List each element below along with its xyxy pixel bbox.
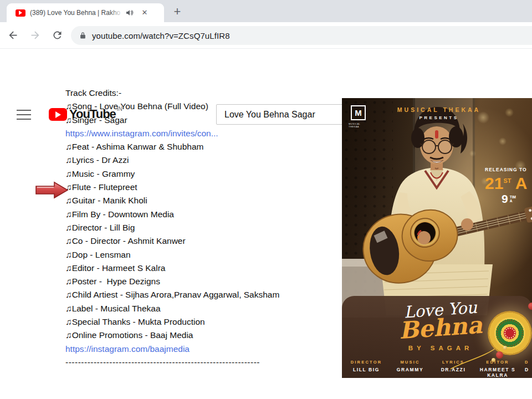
thumbnail-title-panel: Love You Behna BY SAGAR DIRECTOR LILL BI… bbox=[342, 296, 532, 378]
tab-close-icon[interactable]: ✕ bbox=[140, 8, 150, 18]
video-thumbnail[interactable]: M MUSICAL THEKAA MUSICAL THEKAA PRESENTS… bbox=[342, 98, 532, 378]
thumbnail-brand-text: MUSICAL THEKAA bbox=[342, 106, 532, 113]
hamburger-menu-icon[interactable] bbox=[17, 110, 31, 120]
credit-line-dop: ♫Dop - Lensman bbox=[65, 248, 342, 262]
instagram-invite-link[interactable]: https://www.instagram.com/invites/con... bbox=[65, 127, 342, 140]
instagram-baajmedia-link[interactable]: https://instagram.com/baajmedia bbox=[65, 342, 342, 356]
youtube-play-icon bbox=[49, 108, 67, 121]
credits-title: Track Credits:- bbox=[65, 86, 342, 100]
description-divider: ----------------------------------------… bbox=[65, 356, 342, 369]
lock-icon bbox=[79, 32, 87, 40]
release-time: 9 TIMA bbox=[502, 193, 532, 204]
rakhi-bead bbox=[528, 303, 532, 310]
rakhi-bead bbox=[496, 351, 503, 359]
credit-line-lyrics: ♫Lyrics - Dr Azzi bbox=[65, 154, 342, 167]
thumb-credit-lyrics: LYRICS DR.AZZI bbox=[428, 360, 478, 372]
tab-title: (389) Love You Behna | Rakho bbox=[30, 9, 123, 17]
url-text: youtube.com/watch?v=ZCsQ7uLfIR8 bbox=[92, 31, 230, 40]
thumb-credit-director: DIRECTOR LILL BIG bbox=[342, 360, 391, 372]
credit-line-guitar: ♫Guitar - Manik Kholi bbox=[65, 194, 342, 207]
browser-tab[interactable]: (389) Love You Behna | Rakho ✕ bbox=[7, 3, 164, 22]
credit-line-co-director: ♫Co - Director - Ashmit Kanwer bbox=[65, 234, 342, 248]
musical-thekaa-logo-caption: MUSICAL THEKAA bbox=[349, 122, 371, 128]
credit-line-poster: ♫Poster - Hype Dezigns bbox=[65, 275, 342, 288]
back-button[interactable] bbox=[3, 26, 22, 45]
thumb-credit-cropped: D D bbox=[525, 360, 532, 372]
speaker-icon[interactable] bbox=[125, 8, 134, 17]
credit-line-editor: ♫Editor - Harmeet S Kalra bbox=[65, 262, 342, 275]
credit-line-director: ♫Director - Lill Big bbox=[65, 221, 342, 234]
youtube-favicon-icon bbox=[16, 9, 25, 17]
red-arrow-annotation-icon bbox=[35, 181, 69, 200]
credit-line-film-by: ♫Film By - Downtown Media bbox=[65, 208, 342, 221]
browser-toolbar: youtube.com/watch?v=ZCsQ7uLfIR8 bbox=[0, 22, 532, 49]
refresh-button[interactable] bbox=[48, 26, 66, 45]
credit-line-song: ♫Song - Love You Behna (Full Video) bbox=[65, 100, 342, 113]
credit-line-feat: ♫Feat - Ashima Kanwar & Shubham bbox=[65, 140, 342, 154]
credit-line-special-thanks: ♫Special Thanks - Mukta Production bbox=[65, 315, 342, 329]
description-credits: Track Credits:- ♫Song - Love You Behna (… bbox=[65, 86, 342, 369]
address-bar[interactable]: youtube.com/watch?v=ZCsQ7uLfIR8 bbox=[71, 26, 532, 45]
new-tab-button[interactable]: + bbox=[170, 4, 185, 20]
releasing-label: RELEASING TO bbox=[485, 167, 532, 172]
tab-strip: (389) Love You Behna | Rakho ✕ + bbox=[0, 0, 532, 22]
forward-button[interactable] bbox=[25, 26, 44, 45]
credit-line-singer: ♫Singer - Sagar bbox=[65, 114, 342, 127]
youtube-header: YouTube IN bbox=[0, 49, 532, 82]
rakhi-ornament-icon bbox=[488, 311, 532, 355]
thumbnail-presents-text: PRESENTS bbox=[342, 115, 532, 120]
credit-line-label: ♫Label - Musical Thekaa bbox=[65, 302, 342, 315]
release-date: 21ST A bbox=[485, 172, 532, 192]
thumb-credit-music: MUSIC GRAMMY bbox=[385, 360, 435, 372]
credit-line-online-promotions: ♫Online Promotions - Baaj Media bbox=[65, 329, 342, 342]
thumb-credit-editor: EDITOR HARMEET S KALRA bbox=[473, 360, 523, 378]
credit-line-flute: ♫Flute - Flutepreet bbox=[65, 181, 342, 194]
rakhi-bead bbox=[503, 346, 507, 350]
credit-line-music: ♫Music - Grammy bbox=[65, 167, 342, 181]
credit-line-child-artist: ♫Child Artiest - Sijhas Arora,Pranav Agg… bbox=[65, 288, 342, 301]
browser-window: (389) Love You Behna | Rakho ✕ + youtube… bbox=[0, 0, 532, 399]
release-info: RELEASING TO 21ST A 9 TIMA bbox=[485, 167, 532, 204]
